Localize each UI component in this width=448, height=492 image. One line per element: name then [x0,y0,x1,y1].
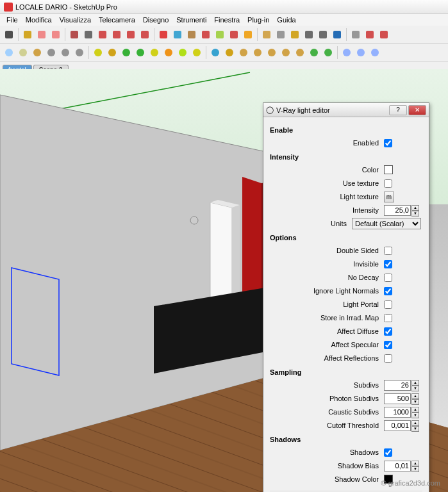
ignore-normals-checkbox[interactable] [384,287,392,295]
sphere-y-icon[interactable] [148,46,161,59]
dimension-icon[interactable] [288,28,301,41]
shadows-checkbox[interactable] [384,448,392,457]
menu-telecamera[interactable]: Telecamera [95,15,139,25]
move-icon[interactable] [157,28,170,41]
text3d-icon[interactable] [317,28,329,41]
no-decay-checkbox[interactable] [384,274,392,282]
intensity-spinner[interactable]: ▲▼ [411,205,419,216]
pushpull-icon[interactable] [213,28,226,41]
sphere-l-icon[interactable] [176,46,189,59]
followme-icon[interactable] [228,28,240,41]
photon-subdivs-input[interactable] [384,393,411,404]
tree-icon[interactable] [322,46,335,59]
store-irrad-checkbox[interactable] [384,314,392,322]
section-shadows: Shadows [270,436,422,443]
help-button[interactable]: ? [389,105,407,115]
svg-rect-23 [352,31,360,38]
front-icon[interactable] [354,46,367,59]
menu-visualizza[interactable]: Visualizza [56,15,95,25]
rt-icon[interactable] [134,46,147,59]
tape-icon[interactable] [274,28,287,41]
affect-diffuse-checkbox[interactable] [384,327,392,336]
scale-icon[interactable] [185,28,198,41]
sphere-y-icon[interactable] [190,46,203,59]
affect-specular-checkbox[interactable] [384,341,392,349]
protractor-icon[interactable] [96,28,109,41]
eraser-icon[interactable] [49,28,62,41]
hat-icon[interactable] [279,46,292,59]
pencil-icon[interactable] [68,28,81,41]
units-select[interactable]: Default (Scalar) [352,218,421,229]
cutoff-spinner[interactable]: ▲▼ [411,420,419,431]
section-icon[interactable] [242,28,254,41]
plugin-icon[interactable] [377,28,390,41]
sphere-o-icon[interactable] [162,46,175,59]
m-icon[interactable] [92,46,104,59]
plugin-icon[interactable] [363,28,376,41]
close-button[interactable]: ✕ [408,105,426,115]
caustic-subdivs-input[interactable] [384,407,411,418]
photon-spinner[interactable]: ▲▼ [411,393,419,404]
text-icon[interactable] [303,28,315,41]
eraser-icon[interactable] [35,28,48,41]
freehand-icon[interactable] [138,28,151,41]
shadow-bias-spinner[interactable]: ▲▼ [411,461,419,472]
undo-icon[interactable] [59,46,72,59]
cutoff-threshold-input[interactable] [384,420,411,431]
tree-icon[interactable] [308,46,320,59]
paintbucket-icon[interactable] [21,28,34,41]
dialog-titlebar[interactable]: ◯ V-Ray light editor ? ✕ [263,103,429,117]
subdivs-input[interactable] [384,380,411,391]
svg-point-36 [151,49,158,56]
svg-rect-25 [380,31,388,38]
offset-icon[interactable] [199,28,212,41]
look-icon[interactable] [349,28,362,41]
intensity-input[interactable] [384,205,411,216]
iso-icon[interactable] [340,46,353,59]
use-texture-checkbox[interactable] [384,179,392,188]
arc-icon[interactable] [110,28,123,41]
caustic-spinner[interactable]: ▲▼ [411,407,419,418]
svg-rect-24 [366,31,374,38]
new-icon[interactable] [3,46,15,59]
hat-icon[interactable] [237,46,250,59]
save-icon[interactable] [31,46,44,59]
redo-icon[interactable] [73,46,86,59]
svg-rect-5 [85,31,92,38]
axes-icon[interactable] [260,28,273,41]
hat-icon[interactable] [251,46,264,59]
menu-guida[interactable]: Guida [273,15,299,25]
menu-disegno[interactable]: Disegno [139,15,172,25]
invisible-checkbox[interactable] [384,260,392,268]
hat-icon[interactable] [265,46,278,59]
select-icon[interactable] [3,28,15,41]
light-texture-button[interactable]: m [384,192,394,202]
arc2-icon[interactable] [124,28,137,41]
enabled-checkbox[interactable] [384,139,392,147]
rotate-icon[interactable] [171,28,184,41]
double-sided-checkbox[interactable] [384,247,392,255]
line-icon[interactable] [82,28,95,41]
menu-file[interactable]: File [3,15,22,25]
menu-finestra[interactable]: Finestra [210,15,244,25]
shadow-bias-input[interactable] [384,461,411,472]
home-icon[interactable] [45,46,58,59]
window-titlebar: LOCALE DARIO - SketchUp Pro [0,0,448,14]
xray-icon[interactable] [223,46,236,59]
light-portal-checkbox[interactable] [384,300,392,309]
menu-modifica[interactable]: Modifica [22,15,56,25]
color-swatch[interactable] [384,165,393,174]
open-icon[interactable] [17,46,29,59]
m-icon[interactable] [106,46,119,59]
arrow-icon[interactable] [209,46,222,59]
menu-plugin[interactable]: Plug-in [244,15,273,25]
menu-strumenti[interactable]: Strumenti [172,15,210,25]
top-icon[interactable] [369,46,381,59]
walk-icon[interactable] [331,28,344,41]
svg-rect-19 [291,31,299,38]
r-icon[interactable] [120,46,133,59]
affect-reflections-checkbox[interactable] [384,354,392,363]
subdivs-spinner[interactable]: ▲▼ [411,380,419,391]
svg-point-45 [282,49,290,56]
hat-icon[interactable] [294,46,306,59]
